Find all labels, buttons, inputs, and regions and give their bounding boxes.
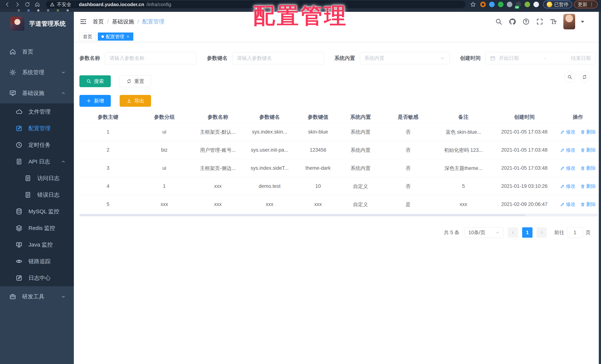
bookmark-favicon[interactable] <box>57 10 59 11</box>
filter-key-input[interactable] <box>237 55 319 61</box>
cell-remark: 初始化密码 123... <box>436 147 491 153</box>
next-page-button[interactable] <box>537 227 547 238</box>
page-content: 参数名称 参数键名 系统内置 系统内置 创建时间 开始日期 <box>74 42 601 364</box>
extension-orange-ring-icon[interactable] <box>480 2 486 7</box>
cell-sensitive: 否 <box>380 183 436 190</box>
extension-green-leaf-icon[interactable] <box>525 2 530 7</box>
sidebar-item-系统管理[interactable]: 系统管理 <box>0 62 74 83</box>
github-icon[interactable] <box>509 18 516 25</box>
add-button[interactable]: 新增 <box>80 95 111 107</box>
reset-button[interactable]: 重置 <box>120 75 151 87</box>
breadcrumb-home[interactable]: 首页 <box>93 18 104 25</box>
sidebar-item-java-监控[interactable]: Java 监控 <box>0 236 74 253</box>
export-button[interactable]: 导出 <box>120 95 151 107</box>
refresh-table-button[interactable] <box>579 72 590 82</box>
sidebar-item-mysql-监控[interactable]: MySQL 监控 <box>0 203 74 220</box>
page-size-select[interactable]: 10条/页 <box>465 227 504 238</box>
sidebar-item-配置管理[interactable]: 配置管理 <box>0 120 74 137</box>
browser-forward-button[interactable] <box>13 0 21 9</box>
sidebar-item-文件管理[interactable]: 文件管理 <box>0 103 74 120</box>
delete-link[interactable]: 删除 <box>580 201 596 208</box>
extension-white-puzzle-icon[interactable] <box>533 2 539 7</box>
menu-item-icon <box>24 175 31 182</box>
sidebar-item-研发工具[interactable]: 研发工具 <box>0 286 74 307</box>
scrollbar-thumb[interactable] <box>80 214 526 216</box>
browser-back-button[interactable] <box>3 0 11 9</box>
date-end-placeholder[interactable]: 结束日期 <box>571 55 591 61</box>
sidebar-item-redis-监控[interactable]: Redis 监控 <box>0 220 74 236</box>
edit-link[interactable]: 修改 <box>560 165 576 171</box>
close-icon[interactable] <box>126 35 130 38</box>
edit-link-label: 修改 <box>566 129 576 135</box>
toggle-search-button[interactable] <box>564 72 575 82</box>
browser-menu-icon[interactable] <box>589 2 594 7</box>
delete-link[interactable]: 删除 <box>580 165 596 171</box>
user-menu-caret-icon[interactable] <box>579 18 586 25</box>
filter-name-label: 参数名称 <box>80 55 100 62</box>
edit-link[interactable]: 修改 <box>560 201 576 208</box>
bookmark-favicon[interactable] <box>47 10 49 11</box>
prev-page-button[interactable] <box>508 227 518 238</box>
edit-link[interactable]: 修改 <box>560 129 576 135</box>
goto-page-input[interactable] <box>567 227 583 238</box>
delete-link[interactable]: 删除 <box>580 129 596 135</box>
goto-label: 前往 <box>554 229 564 236</box>
table-row[interactable]: 3 ui 主框架页-侧边... sys.index.sideT... theme… <box>80 159 598 177</box>
edit-link[interactable]: 修改 <box>560 183 576 190</box>
tab-配置管理[interactable]: 配置管理 <box>98 32 133 41</box>
browser-reload-button[interactable] <box>23 0 31 9</box>
date-start-placeholder[interactable]: 开始日期 <box>499 55 519 61</box>
help-icon[interactable] <box>522 18 530 25</box>
search-button[interactable]: 搜索 <box>80 75 111 87</box>
sidebar-item-首页[interactable]: 首页 <box>0 41 74 62</box>
delete-link[interactable]: 删除 <box>580 183 596 190</box>
tab-首页[interactable]: 首页 <box>80 32 96 41</box>
menu-item-icon <box>9 90 16 97</box>
menu-item-label: MySQL 监控 <box>29 208 59 215</box>
filter-name-input[interactable] <box>110 55 192 61</box>
bookmark-favicon[interactable] <box>28 10 30 11</box>
delete-link[interactable]: 删除 <box>580 147 596 153</box>
extension-cn-translate-icon[interactable]: cn <box>516 2 521 7</box>
table-row[interactable]: 5 xxx xxx xxx xxx 自定义 是 xxx 2021-02-09 2… <box>80 195 598 213</box>
bookmark-favicon[interactable] <box>18 10 20 11</box>
breadcrumb-infra[interactable]: 基础设施 <box>112 18 134 25</box>
url-bar[interactable]: 不安全 dashboard.yudao.iocoder.cn/infra/con… <box>46 1 465 8</box>
bookmark-favicon[interactable] <box>37 10 39 11</box>
bookmark-star-icon[interactable] <box>470 1 476 8</box>
search-button-label: 搜索 <box>94 78 104 85</box>
search-icon[interactable] <box>495 18 502 25</box>
table-row[interactable]: 4 1 xxx demo.test 10 自定义 否 5 2021-01-19 … <box>80 177 598 195</box>
profile-paused-badge[interactable]: 已暂停 <box>543 0 572 8</box>
extension-grey-blue-icon[interactable] <box>507 2 512 7</box>
sidebar-item-api-日志[interactable]: API 日志 <box>0 153 74 170</box>
table-horizontal-scrollbar[interactable] <box>80 214 598 216</box>
chrome-update-button[interactable]: 更新 <box>574 0 598 8</box>
edit-link[interactable]: 修改 <box>560 147 576 153</box>
filter-date-range[interactable]: 开始日期 - 结束日期 <box>485 52 595 64</box>
bookmark-favicon[interactable] <box>67 10 69 11</box>
cell-id: 2 <box>80 147 137 153</box>
sidebar-item-日志中心[interactable]: 日志中心 <box>0 270 74 286</box>
user-avatar[interactable] <box>563 14 575 29</box>
trash-icon <box>580 184 585 189</box>
app-logo-avatar <box>10 17 24 31</box>
sidebar-item-基础设施[interactable]: 基础设施 <box>0 83 74 103</box>
table-row[interactable]: 2 biz 用户管理-账号... sys.user.init-pa... 123… <box>80 141 598 159</box>
sidebar-item-定时任务[interactable]: 定时任务 <box>0 137 74 153</box>
app-logo-row[interactable]: 芋道管理系统 <box>0 12 74 35</box>
filter-type-select[interactable]: 系统内置 <box>360 52 450 64</box>
sidebar-item-访问日志[interactable]: 访问日志 <box>0 170 74 187</box>
extension-green-check-icon[interactable] <box>498 2 503 7</box>
sidebar-item-错误日志[interactable]: 错误日志 <box>0 187 74 203</box>
fullscreen-icon[interactable] <box>536 18 543 25</box>
extension-blue-pin-icon[interactable] <box>489 2 495 7</box>
current-page-button[interactable]: 1 <box>522 227 532 238</box>
table-row[interactable]: 1 ui 主框架页-默认... sys.index.skin... skin-b… <box>80 123 598 141</box>
sidebar-item-链路追踪[interactable]: 链路追踪 <box>0 253 74 270</box>
filter-date-label: 创建时间 <box>460 55 481 62</box>
window-scrollbar[interactable] <box>599 12 601 364</box>
font-size-icon[interactable] <box>550 18 557 25</box>
browser-home-button[interactable] <box>33 0 41 9</box>
sidebar-collapse-icon[interactable] <box>80 18 87 25</box>
